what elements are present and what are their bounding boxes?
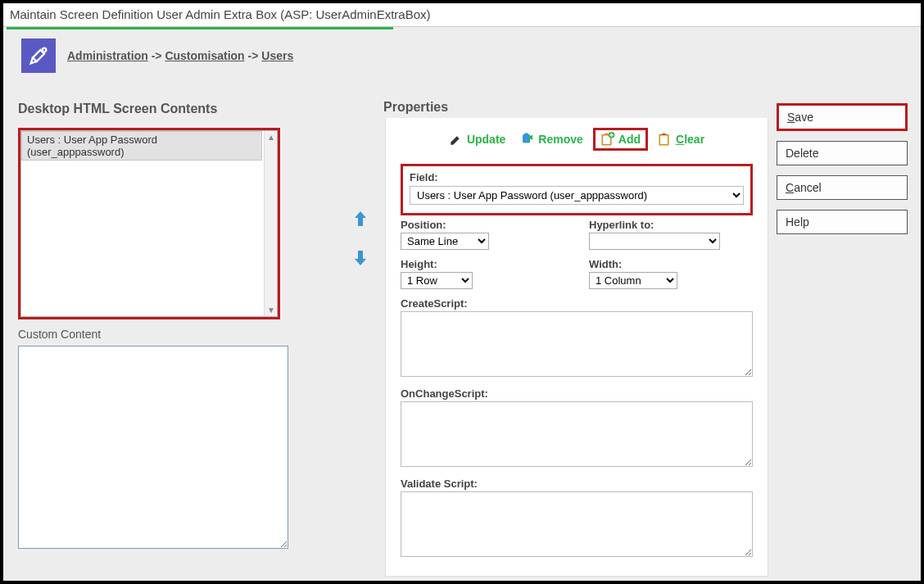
position-label: Position: [401, 219, 564, 231]
position-select[interactable]: Same Line [401, 233, 489, 250]
field-label: Field: [410, 171, 744, 183]
width-select[interactable]: 1 Column [589, 272, 677, 289]
position-row: Position: Same Line Hyperlink to: [401, 219, 753, 250]
add-button[interactable]: Add [593, 128, 648, 151]
move-down-button[interactable] [351, 247, 370, 269]
add-label: Add [618, 133, 641, 146]
breadcrumb: Administration -> Customisation -> Users [67, 49, 293, 62]
breadcrumb-sep: -> [248, 49, 262, 62]
field-select[interactable]: Users : User App Password (user_apppassw… [410, 186, 744, 205]
screen-contents-listbox[interactable]: Users : User App Password (user_apppassw… [18, 128, 280, 319]
cancel-button[interactable]: Cancel [777, 175, 908, 200]
onchange-script-label: OnChangeScript: [401, 387, 753, 400]
properties-heading: Properties [383, 100, 448, 115]
clear-label: Clear [676, 133, 704, 146]
scroll-down-icon[interactable]: ▼ [267, 306, 275, 315]
breadcrumb-bar: Administration -> Customisation -> Users [3, 27, 921, 79]
height-label: Height: [401, 258, 564, 270]
action-buttons: Save Delete Cancel Help [777, 102, 916, 577]
update-label: Update [467, 133, 505, 146]
breadcrumb-sep: -> [152, 49, 165, 62]
onchange-script-textarea[interactable] [401, 401, 753, 467]
remove-button[interactable]: Remove [515, 130, 587, 148]
properties-panel: Update Remove Add Clear [385, 118, 768, 577]
breadcrumb-link-administration[interactable]: Administration [67, 49, 148, 62]
create-script-textarea[interactable] [401, 311, 753, 377]
list-item[interactable]: Users : User App Password (user_apppassw… [21, 131, 262, 161]
delete-button[interactable]: Delete [777, 141, 908, 165]
svg-point-0 [43, 48, 47, 52]
title-underline [7, 27, 393, 29]
hyperlink-label: Hyperlink to: [589, 219, 753, 231]
custom-content-label: Custom Content [18, 328, 336, 341]
move-up-button[interactable] [351, 208, 370, 229]
size-row: Height: 1 Row Width: 1 Column [401, 258, 753, 289]
svg-rect-2 [525, 134, 529, 135]
validate-script-textarea[interactable] [401, 491, 753, 557]
update-button[interactable]: Update [444, 130, 510, 148]
breadcrumb-link-users[interactable]: Users [261, 49, 293, 62]
height-select[interactable]: 1 Row [401, 272, 473, 289]
validate-script-label: Validate Script: [401, 478, 753, 490]
svg-rect-7 [659, 135, 668, 145]
save-button[interactable]: Save [777, 103, 908, 131]
left-heading: Desktop HTML Screen Contents [18, 102, 336, 116]
tools-icon [21, 38, 56, 73]
hyperlink-select[interactable] [589, 233, 720, 250]
create-script-label: CreateScript: [401, 297, 753, 310]
width-label: Width: [589, 258, 753, 270]
remove-label: Remove [538, 133, 582, 146]
custom-content-textarea[interactable] [18, 346, 288, 549]
scrollbar[interactable]: ▲ ▼ [264, 131, 277, 316]
breadcrumb-link-customisation[interactable]: Customisation [165, 49, 244, 62]
left-panel: Desktop HTML Screen Contents Users : Use… [8, 102, 336, 577]
help-button[interactable]: Help [777, 210, 908, 234]
clear-button[interactable]: Clear [653, 130, 709, 148]
window-title: Maintain Screen Definition User Admin Ex… [3, 3, 921, 27]
reorder-controls [344, 102, 377, 577]
scroll-up-icon[interactable]: ▲ [267, 133, 275, 142]
field-block: Field: Users : User App Password (user_a… [401, 164, 753, 215]
properties-toolbar: Update Remove Add Clear [401, 128, 753, 151]
